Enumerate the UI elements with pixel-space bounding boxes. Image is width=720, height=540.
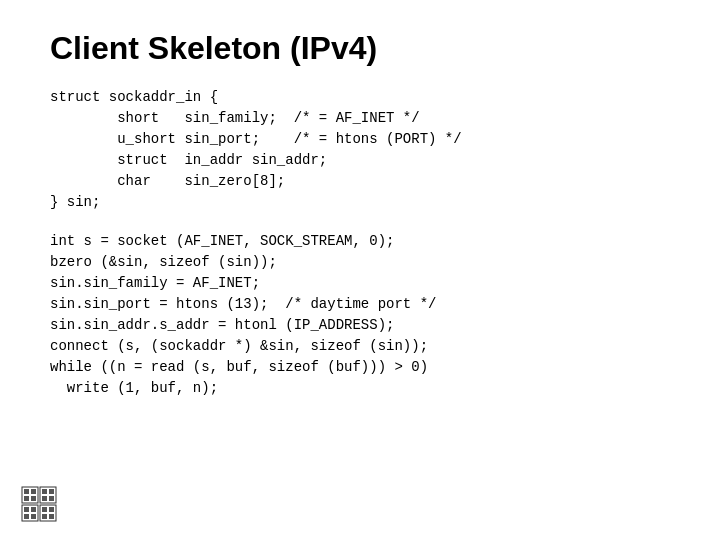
university-logo (20, 485, 60, 525)
code-section-main: int s = socket (AF_INET, SOCK_STREAM, 0)… (50, 231, 670, 399)
code-main: int s = socket (AF_INET, SOCK_STREAM, 0)… (50, 231, 670, 399)
svg-rect-18 (42, 514, 47, 519)
svg-rect-8 (42, 489, 47, 494)
svg-rect-15 (31, 514, 36, 519)
svg-rect-16 (42, 507, 47, 512)
svg-rect-7 (31, 496, 36, 501)
svg-rect-10 (42, 496, 47, 501)
svg-rect-11 (49, 496, 54, 501)
code-section-struct: struct sockaddr_in { short sin_family; /… (50, 87, 670, 213)
svg-rect-12 (24, 507, 29, 512)
slide-title: Client Skeleton (IPv4) (50, 30, 670, 67)
svg-rect-14 (24, 514, 29, 519)
svg-rect-6 (24, 496, 29, 501)
code-struct: struct sockaddr_in { short sin_family; /… (50, 87, 670, 213)
svg-rect-4 (24, 489, 29, 494)
svg-rect-19 (49, 514, 54, 519)
svg-rect-13 (31, 507, 36, 512)
svg-rect-9 (49, 489, 54, 494)
svg-rect-5 (31, 489, 36, 494)
svg-rect-17 (49, 507, 54, 512)
slide-container: Client Skeleton (IPv4) struct sockaddr_i… (0, 0, 720, 540)
